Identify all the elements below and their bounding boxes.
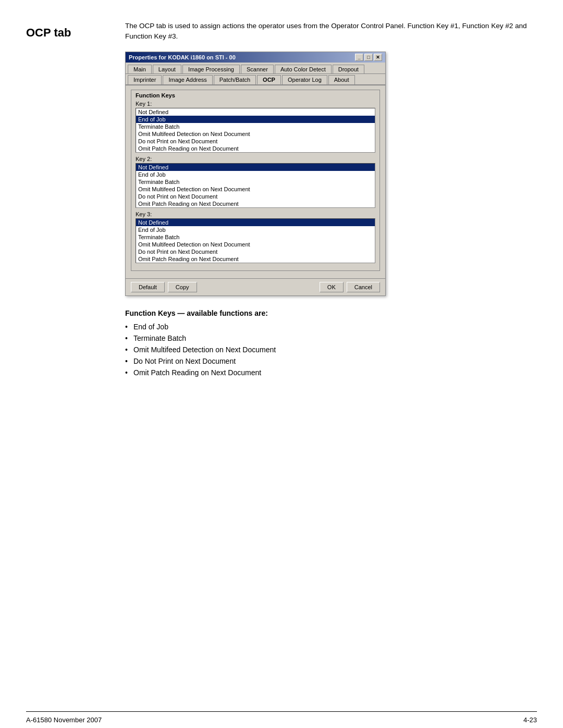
footer-left-buttons: Default Copy: [131, 282, 197, 292]
key3-item-endofjob[interactable]: End of Job: [136, 226, 375, 233]
key3-listbox[interactable]: Not Defined End of Job Terminate Batch O…: [136, 218, 375, 263]
page-title: OCP tab: [26, 26, 109, 40]
function-keys-list: End of Job Terminate Batch Omit Multifee…: [125, 323, 537, 377]
close-button[interactable]: ✕: [374, 54, 382, 61]
function-keys-heading: Function Keys — available functions are:: [125, 309, 537, 317]
key1-item-donotprint[interactable]: Do not Print on Next Document: [136, 138, 375, 145]
key2-item-donotprint[interactable]: Do not Print on Next Document: [136, 193, 375, 200]
key1-item-endofjob[interactable]: End of Job: [136, 116, 375, 123]
function-key-item-4: Do Not Print on Next Document: [125, 357, 537, 365]
ok-button[interactable]: OK: [320, 282, 344, 292]
tab-image-address[interactable]: Image Address: [163, 75, 212, 84]
key2-label: Key 2:: [136, 156, 375, 162]
function-key-item-3: Omit Multifeed Detection on Next Documen…: [125, 346, 537, 354]
key3-group: Key 3: Not Defined End of Job Terminate …: [136, 211, 375, 263]
tab-row-1: Main Layout Image Processing Scanner Aut…: [126, 63, 385, 74]
tab-layout[interactable]: Layout: [153, 65, 181, 73]
footer-right-text: 4-23: [523, 716, 537, 724]
function-key-item-1: End of Job: [125, 323, 537, 331]
minimize-button[interactable]: _: [355, 54, 363, 61]
key1-group: Key 1: Not Defined End of Job Terminate …: [136, 101, 375, 153]
footer-left-text: A-61580 November 2007: [26, 716, 102, 724]
dialog-footer: Default Copy OK Cancel: [126, 278, 385, 295]
key1-item-omitmultifeed[interactable]: Omit Multifeed Detection on Next Documen…: [136, 130, 375, 138]
function-keys-label: Function Keys: [136, 92, 375, 98]
key3-item-omitmultifeed[interactable]: Omit Multifeed Detection on Next Documen…: [136, 241, 375, 248]
maximize-button[interactable]: □: [364, 54, 373, 61]
dialog-titlebar: Properties for KODAK i1860 on STI - 00 _…: [126, 52, 385, 63]
function-key-item-5: Omit Patch Reading on Next Document: [125, 368, 537, 377]
tab-main[interactable]: Main: [128, 65, 152, 73]
page-footer: A-61580 November 2007 4-23: [26, 711, 537, 728]
tab-dropout[interactable]: Dropout: [333, 65, 364, 73]
key1-item-terminatebatch[interactable]: Terminate Batch: [136, 123, 375, 130]
key3-item-donotprint[interactable]: Do not Print on Next Document: [136, 248, 375, 255]
tab-operator-log[interactable]: Operator Log: [282, 75, 327, 84]
tab-image-processing[interactable]: Image Processing: [182, 65, 240, 73]
key2-item-omitpatch[interactable]: Omit Patch Reading on Next Document: [136, 200, 375, 207]
key3-item-omitpatch[interactable]: Omit Patch Reading on Next Document: [136, 255, 375, 263]
key1-listbox[interactable]: Not Defined End of Job Terminate Batch O…: [136, 108, 375, 153]
key2-group: Key 2: Not Defined End of Job Terminate …: [136, 156, 375, 208]
intro-paragraph: The OCP tab is used to assign actions th…: [125, 21, 537, 42]
cancel-button[interactable]: Cancel: [347, 282, 380, 292]
tab-auto-color-detect[interactable]: Auto Color Detect: [275, 65, 332, 73]
function-keys-group: Function Keys Key 1: Not Defined End of …: [131, 90, 380, 271]
key2-item-notdefined[interactable]: Not Defined: [136, 164, 375, 171]
properties-dialog: Properties for KODAK i1860 on STI - 00 _…: [125, 52, 386, 296]
key2-item-omitmultifeed[interactable]: Omit Multifeed Detection on Next Documen…: [136, 186, 375, 193]
key3-item-notdefined[interactable]: Not Defined: [136, 219, 375, 226]
key2-listbox[interactable]: Not Defined End of Job Terminate Batch O…: [136, 163, 375, 208]
function-key-item-2: Terminate Batch: [125, 334, 537, 342]
dialog-title: Properties for KODAK i1860 on STI - 00: [129, 54, 236, 60]
key2-item-endofjob[interactable]: End of Job: [136, 171, 375, 178]
copy-button[interactable]: Copy: [168, 282, 197, 292]
key1-item-notdefined[interactable]: Not Defined: [136, 108, 375, 116]
key1-label: Key 1:: [136, 101, 375, 107]
tab-row-2: Imprinter Image Address Patch/Batch OCP …: [126, 74, 385, 85]
tab-scanner[interactable]: Scanner: [241, 65, 274, 73]
dialog-body: Function Keys Key 1: Not Defined End of …: [126, 85, 385, 278]
tab-imprinter[interactable]: Imprinter: [128, 75, 162, 84]
tab-patch-batch[interactable]: Patch/Batch: [214, 75, 256, 84]
default-button[interactable]: Default: [131, 282, 165, 292]
key1-item-omitpatch[interactable]: Omit Patch Reading on Next Document: [136, 145, 375, 152]
tab-about[interactable]: About: [328, 75, 355, 84]
key3-item-terminatebatch[interactable]: Terminate Batch: [136, 233, 375, 241]
titlebar-controls: _ □ ✕: [355, 54, 382, 61]
key3-label: Key 3:: [136, 211, 375, 217]
footer-right-buttons: OK Cancel: [320, 282, 380, 292]
tab-ocp[interactable]: OCP: [257, 75, 281, 84]
key2-item-terminatebatch[interactable]: Terminate Batch: [136, 178, 375, 186]
